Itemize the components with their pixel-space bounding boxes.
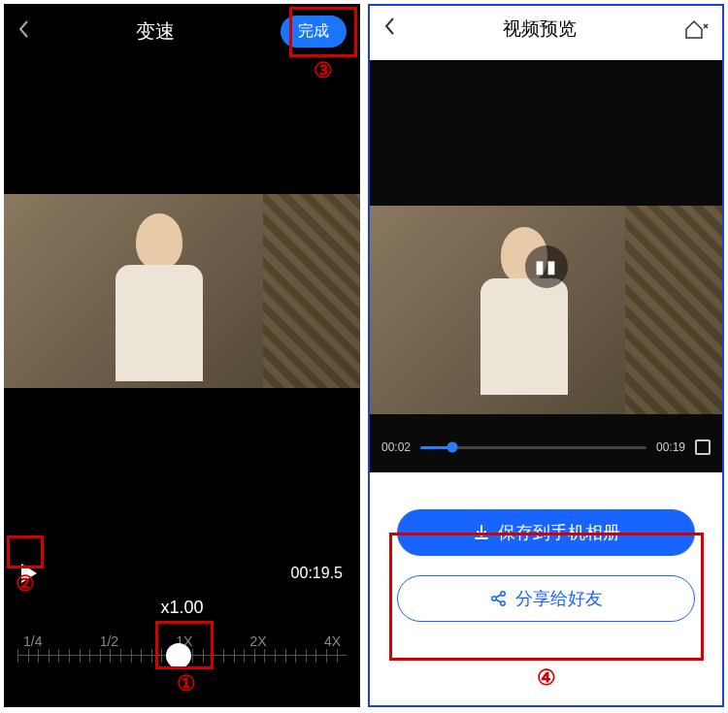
- svg-point-2: [500, 601, 504, 605]
- progress-thumb[interactable]: [447, 442, 457, 453]
- home-icon[interactable]: [683, 18, 709, 40]
- right-header: 视频预览: [370, 6, 722, 52]
- fullscreen-icon[interactable]: [695, 439, 711, 455]
- annotation-number-3: ③: [314, 58, 333, 83]
- annotation-number-1: ①: [177, 671, 196, 697]
- annotation-number-2: ②: [16, 571, 35, 597]
- share-button[interactable]: 分享给好友: [397, 575, 695, 622]
- pause-button[interactable]: ▮▮: [525, 245, 568, 288]
- svg-point-0: [491, 597, 495, 600]
- share-icon: [490, 590, 508, 607]
- video-preview-left: [4, 194, 360, 388]
- speed-mark: 1/4: [23, 633, 42, 649]
- left-header: 变速 完成: [4, 4, 360, 58]
- duration-label: 00:19.5: [291, 565, 343, 582]
- pause-icon: ▮▮: [535, 256, 558, 277]
- speed-editor-screen: 变速 完成 00:19.5 x1.00 1/4 1/2: [4, 4, 360, 707]
- page-title: 视频预览: [395, 16, 683, 42]
- svg-point-1: [500, 592, 504, 596]
- page-title: 变速: [29, 18, 281, 45]
- current-time: 00:02: [381, 440, 411, 454]
- speed-knob[interactable]: [166, 643, 191, 668]
- done-button[interactable]: 完成: [281, 16, 347, 48]
- back-icon[interactable]: [383, 16, 395, 42]
- progress-track[interactable]: [420, 446, 646, 449]
- total-time: 00:19: [656, 440, 685, 454]
- speed-mark: 1/2: [100, 633, 118, 649]
- annotation-number-4: ④: [537, 665, 556, 691]
- speed-mark: 2X: [250, 633, 267, 649]
- progress-bar: 00:02 00:19: [370, 430, 722, 465]
- action-area: 保存到手机相册 分享给好友: [370, 472, 722, 622]
- speed-mark: 4X: [324, 633, 341, 649]
- save-button[interactable]: 保存到手机相册: [397, 509, 695, 556]
- speed-value: x1.00: [4, 594, 360, 622]
- back-icon[interactable]: [17, 19, 29, 44]
- video-preview-right[interactable]: ▮▮ 00:02 00:19: [370, 60, 722, 472]
- preview-screen: 视频预览 ▮▮ 00:02: [368, 4, 724, 707]
- download-icon: [473, 524, 490, 541]
